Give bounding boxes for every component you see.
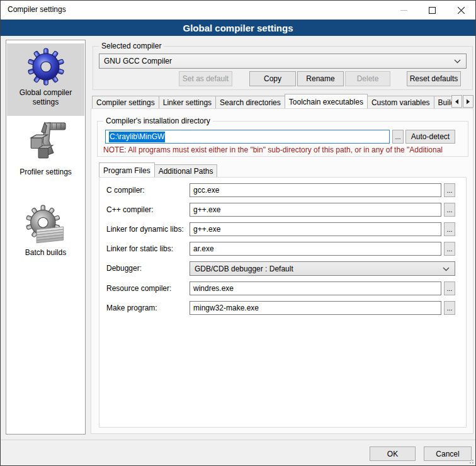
tab-program-files[interactable]: Program Files [99, 162, 155, 177]
dialog-banner: Global compiler settings [1, 20, 475, 36]
c-compiler-input[interactable]: gcc.exe [190, 183, 441, 197]
bin-subdirectory-note: NOTE: All programs must exist either in … [103, 145, 463, 154]
tab-linker-settings[interactable]: Linker settings [159, 96, 216, 108]
make-program-input[interactable]: mingw32-make.exe [190, 301, 441, 315]
copy-button[interactable]: Copy [249, 71, 296, 86]
maximize-button[interactable] [418, 1, 446, 20]
sidebar-item-batch-builds[interactable]: Batch builds [7, 202, 84, 264]
ok-button[interactable]: OK [370, 446, 416, 461]
cpp-compiler-label: C++ compiler: [106, 205, 154, 214]
title-bar[interactable]: Compiler settings [1, 1, 475, 20]
debugger-label: Debugger: [106, 264, 142, 273]
arrow-left-icon [455, 99, 459, 105]
cpp-compiler-browse-button[interactable]: ... [444, 203, 455, 217]
tab-build-options[interactable]: Build options [434, 96, 451, 108]
paths-tab-strip: Program Files Additional Paths [99, 162, 288, 177]
sidebar-item-label: Profiler settings [7, 168, 84, 177]
resource-compiler-label: Resource compiler: [106, 284, 171, 293]
selected-compiler-value: GNU GCC Compiler [104, 57, 172, 65]
blue-gear-icon [26, 47, 65, 86]
auto-detect-button[interactable]: Auto-detect [405, 130, 455, 144]
static-linker-label: Linker for static libs: [106, 244, 173, 253]
compiler-settings-dialog: Compiler settings Global compiler settin… [0, 0, 476, 466]
minimize-button[interactable] [390, 1, 418, 20]
debugger-dropdown[interactable]: GDB/CDB debugger : Default [190, 261, 455, 276]
tab-compiler-settings[interactable]: Compiler settings [92, 96, 159, 108]
sidebar-item-label: Batch builds [7, 248, 84, 258]
maximize-icon [429, 7, 436, 14]
resize-grip[interactable] [467, 457, 473, 463]
sidebar-item-global-compiler-settings[interactable]: Global compiler settings [7, 43, 84, 116]
set-as-default-button[interactable]: Set as default [179, 71, 232, 86]
make-program-browse-button[interactable]: ... [444, 301, 455, 315]
browse-directory-button[interactable]: ... [392, 130, 404, 144]
tab-additional-paths[interactable]: Additional Paths [154, 164, 218, 177]
tab-custom-variables[interactable]: Custom variables [367, 96, 434, 108]
resource-compiler-browse-button[interactable]: ... [444, 281, 455, 295]
sidebar-item-profiler-settings[interactable]: Profiler settings [7, 117, 84, 184]
reset-defaults-button[interactable]: Reset defaults [407, 71, 461, 86]
group-label: Selected compiler [99, 42, 164, 50]
rename-button[interactable]: Rename [297, 71, 344, 86]
dynamic-linker-browse-button[interactable]: ... [444, 222, 455, 236]
chevron-down-icon [454, 57, 461, 65]
selected-compiler-dropdown[interactable]: GNU GCC Compiler [99, 54, 467, 69]
close-button[interactable] [446, 1, 475, 20]
sidebar-item-label: Global compiler settings [7, 88, 84, 107]
make-program-label: Make program: [106, 304, 157, 312]
caliper-icon [22, 118, 70, 166]
tab-scroll-left-button[interactable] [451, 95, 462, 108]
installation-directory-value: C:\raylib\MinGW [109, 132, 165, 142]
c-compiler-label: C compiler: [106, 186, 145, 195]
footer-divider [1, 440, 475, 440]
tab-toolchain-executables[interactable]: Toolchain executables [285, 94, 368, 108]
tab-scroll-right-button[interactable] [463, 95, 473, 108]
dynamic-linker-label: Linker for dynamic libs: [106, 225, 184, 234]
static-linker-browse-button[interactable]: ... [444, 242, 455, 256]
dynamic-linker-input[interactable]: g++.exe [190, 222, 441, 236]
batch-builds-icon [25, 204, 67, 247]
c-compiler-browse-button[interactable]: ... [444, 183, 455, 197]
settings-tab-strip: Compiler settings Linker settings Search… [92, 93, 451, 108]
delete-button[interactable]: Delete [345, 71, 390, 86]
static-linker-input[interactable]: ar.exe [190, 242, 441, 256]
tab-search-directories[interactable]: Search directories [215, 96, 285, 108]
installation-directory-input[interactable]: C:\raylib\MinGW [105, 130, 390, 144]
cpp-compiler-input[interactable]: g++.exe [190, 203, 441, 217]
chevron-down-icon [443, 264, 450, 273]
banner-title: Global compiler settings [183, 23, 293, 33]
category-list: Global compiler settings [6, 40, 86, 435]
group-label: Compiler's installation directory [103, 116, 213, 125]
window-title: Compiler settings [8, 5, 66, 14]
resource-compiler-input[interactable]: windres.exe [190, 281, 441, 295]
cancel-button[interactable]: Cancel [424, 446, 472, 461]
minimize-icon [400, 7, 407, 14]
close-icon [458, 7, 465, 14]
arrow-right-icon [466, 99, 470, 105]
debugger-value: GDB/CDB debugger : Default [195, 264, 293, 273]
